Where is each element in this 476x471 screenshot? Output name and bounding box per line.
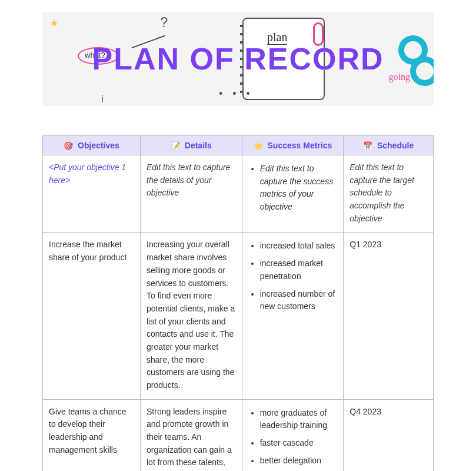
- col-header-details: 📝 Details: [141, 136, 242, 155]
- target-icon: 🎯: [64, 141, 73, 150]
- metrics-item: Edit this text to capture the success me…: [260, 162, 338, 214]
- memo-icon: 📝: [171, 141, 180, 150]
- cell-schedule[interactable]: Edit this text to capture the target sch…: [344, 155, 434, 233]
- metrics-list: more graduates of leadership trainingfas…: [248, 407, 338, 467]
- metrics-list: increased total salesincreased market pe…: [248, 240, 338, 313]
- col-header-metrics: ⭐ Success Metrics: [242, 136, 344, 155]
- col-header-label: Objectives: [78, 141, 119, 150]
- cell-objective[interactable]: <Put your objective 1 here>: [43, 155, 141, 233]
- cell-schedule[interactable]: Q4 2023: [344, 399, 434, 471]
- metrics-item: better delegation: [260, 455, 338, 467]
- metrics-item: faster cascade: [260, 437, 338, 450]
- calendar-icon: 📅: [363, 141, 372, 150]
- table-row: Give teams a chance to develop their lea…: [43, 399, 434, 471]
- table-header-row: 🎯 Objectives 📝 Details ⭐ Success Metrics…: [43, 136, 434, 155]
- cell-details[interactable]: Strong leaders inspire and promote growt…: [141, 399, 242, 471]
- table-row: <Put your objective 1 here>Edit this tex…: [43, 155, 434, 233]
- metrics-item: increased number of new customers: [260, 288, 338, 313]
- banner: ★ what? ? plan going • • • i PLAN OF REC…: [42, 12, 434, 106]
- star-icon: ⭐: [254, 141, 263, 150]
- cell-schedule[interactable]: Q1 2023: [344, 233, 434, 399]
- metrics-item: increased market penetration: [260, 257, 338, 283]
- cell-metrics[interactable]: more graduates of leadership trainingfas…: [242, 399, 344, 471]
- table-body: <Put your objective 1 here>Edit this tex…: [43, 155, 434, 472]
- cell-details[interactable]: Edit this text to capture the details of…: [141, 155, 242, 233]
- col-header-label: Schedule: [377, 141, 414, 150]
- page-title: PLAN OF RECORD: [42, 12, 434, 106]
- col-header-label: Details: [185, 141, 212, 150]
- cell-metrics[interactable]: increased total salesincreased market pe…: [242, 233, 344, 399]
- cell-metrics[interactable]: Edit this text to capture the success me…: [242, 155, 344, 233]
- document-page: ★ what? ? plan going • • • i PLAN OF REC…: [0, 12, 476, 471]
- plan-table: 🎯 Objectives 📝 Details ⭐ Success Metrics…: [42, 135, 434, 471]
- plan-table-container: 🎯 Objectives 📝 Details ⭐ Success Metrics…: [42, 135, 434, 471]
- metrics-list: Edit this text to capture the success me…: [248, 162, 338, 214]
- col-header-objectives: 🎯 Objectives: [43, 136, 141, 155]
- cell-objective[interactable]: Increase the market share of your produc…: [43, 233, 141, 399]
- cell-details[interactable]: Increasing your overall market share inv…: [141, 233, 242, 399]
- metrics-item: more graduates of leadership training: [260, 407, 338, 432]
- table-row: Increase the market share of your produc…: [43, 233, 434, 399]
- col-header-schedule: 📅 Schedule: [344, 136, 434, 155]
- col-header-label: Success Metrics: [268, 141, 332, 150]
- metrics-item: increased total sales: [260, 240, 338, 253]
- cell-objective[interactable]: Give teams a chance to develop their lea…: [43, 399, 141, 471]
